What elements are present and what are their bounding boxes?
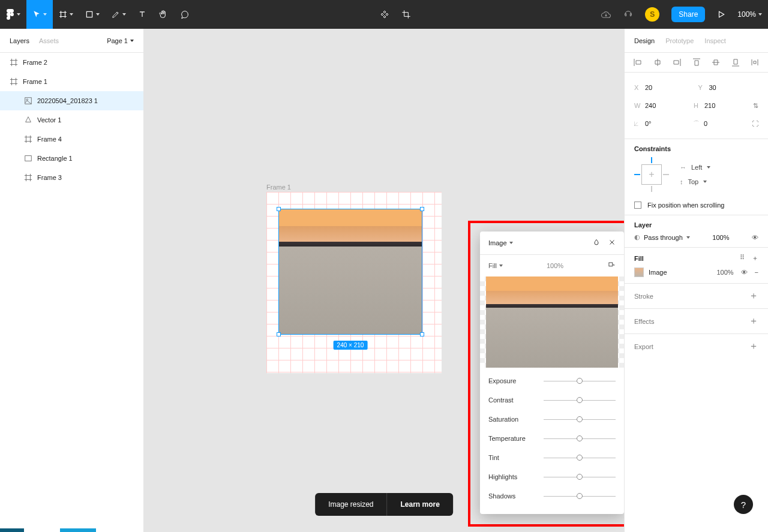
remove-fill-icon[interactable]: −	[755, 269, 758, 276]
size-badge: 240 × 210	[334, 341, 368, 350]
slider-label: Exposure	[488, 377, 516, 384]
svg-point-2	[26, 99, 28, 101]
layer-row[interactable]: Vector 1	[0, 110, 143, 130]
toast-action-button[interactable]: Learn more	[387, 493, 453, 516]
tab-design[interactable]: Design	[634, 37, 655, 44]
selected-image[interactable]	[278, 209, 422, 335]
layer-label: Frame 3	[37, 174, 62, 181]
layer-opacity[interactable]: 100%	[712, 234, 729, 241]
blend-options-icon[interactable]	[593, 239, 600, 247]
saturation-slider[interactable]	[544, 419, 616, 420]
svg-rect-4	[609, 263, 613, 266]
fill-styles-icon[interactable]: ⠿	[740, 254, 745, 263]
image-preview[interactable]	[480, 276, 624, 368]
progress-indicator	[0, 528, 24, 532]
headphones-icon[interactable]	[617, 0, 639, 29]
comment-tool-button[interactable]	[174, 0, 196, 29]
svg-rect-3	[25, 156, 32, 161]
add-fill-icon[interactable]: ＋	[752, 254, 758, 263]
constraints-heading: Constraints	[634, 145, 758, 152]
fill-swatch[interactable]	[634, 267, 644, 277]
shape-tool-button[interactable]	[79, 0, 106, 29]
fix-position-checkbox[interactable]	[634, 202, 641, 209]
layer-row[interactable]: Rectangle 1	[0, 149, 143, 168]
pos-y[interactable]: 30	[709, 84, 716, 91]
add-effect-button[interactable]: ＋	[749, 315, 758, 327]
fill-visibility-icon[interactable]: 👁	[741, 269, 748, 276]
crop-icon[interactable]	[395, 0, 417, 29]
pages-dropdown[interactable]: Page 1	[107, 37, 134, 44]
highlights-slider[interactable]	[544, 477, 616, 477]
export-heading: Export	[634, 343, 653, 350]
constraint-v-dropdown[interactable]: ↕Top	[680, 178, 710, 185]
visibility-icon[interactable]: 👁	[752, 234, 758, 241]
image-mode-dropdown[interactable]: Fill	[488, 262, 503, 269]
exposure-slider[interactable]	[544, 381, 616, 381]
tab-assets[interactable]: Assets	[39, 37, 59, 44]
slider-label: Temperature	[488, 435, 526, 442]
blend-mode-dropdown[interactable]: ◐Pass through	[634, 233, 690, 241]
temperature-slider[interactable]	[544, 438, 616, 439]
layer-row[interactable]: Frame 1	[0, 72, 143, 91]
toast: Image resized Learn more	[315, 493, 453, 516]
rotate-icon[interactable]	[607, 261, 616, 270]
frame-icon	[10, 77, 18, 86]
constraints-widget[interactable]: +	[634, 157, 669, 192]
slider-label: Contrast	[488, 396, 514, 404]
present-button[interactable]	[711, 0, 731, 29]
text-tool-button[interactable]	[132, 0, 152, 29]
contrast-slider[interactable]	[544, 400, 616, 401]
vector-icon	[24, 116, 32, 124]
inspector-panel: Design Prototype Inspect X20 Y30 W240 H2…	[624, 29, 768, 532]
pen-tool-button[interactable]	[106, 0, 132, 29]
frame-icon	[10, 58, 18, 67]
move-tool-button[interactable]	[26, 0, 53, 29]
toast-message: Image resized	[315, 493, 386, 516]
layers-panel: Layers Assets Page 1 Frame 2Frame 120220…	[0, 29, 144, 532]
help-button[interactable]: ?	[734, 495, 753, 514]
tint-slider[interactable]	[544, 458, 616, 458]
shadows-slider[interactable]	[544, 496, 616, 497]
components-icon[interactable]	[374, 0, 395, 29]
alignment-controls[interactable]	[625, 53, 768, 73]
share-button[interactable]: Share	[665, 0, 711, 29]
layer-row[interactable]: Frame 2	[0, 53, 143, 72]
tab-inspect[interactable]: Inspect	[704, 37, 725, 44]
zoom-dropdown[interactable]: 100%	[731, 0, 768, 29]
hand-tool-button[interactable]	[152, 0, 174, 29]
cloud-sync-icon[interactable]	[595, 0, 617, 29]
popover-title-dropdown[interactable]: Image	[488, 239, 513, 247]
tab-prototype[interactable]: Prototype	[665, 37, 694, 44]
layer-label: Vector 1	[37, 116, 61, 124]
image-scale-value: 100%	[547, 262, 563, 269]
image-settings-popover: Image Fill 100% ExposureContrastSaturati…	[480, 232, 624, 514]
layer-label: Frame 1	[23, 78, 47, 85]
pos-x[interactable]: 20	[645, 84, 652, 91]
close-icon[interactable]	[608, 239, 616, 247]
size-h[interactable]: 210	[704, 102, 715, 109]
add-stroke-button[interactable]: ＋	[749, 290, 758, 302]
frame-icon	[24, 173, 32, 182]
canvas[interactable]: Frame 1 240 × 210 Image Fill 1	[144, 29, 624, 532]
figma-menu-button[interactable]	[0, 0, 26, 29]
fix-position-label: Fix position when scrolling	[647, 202, 724, 209]
layer-row[interactable]: Frame 3	[0, 168, 143, 187]
link-dimensions-icon[interactable]: ⇅	[753, 102, 758, 110]
rotation[interactable]: 0°	[645, 120, 652, 127]
layer-row[interactable]: 20220504_201823 1	[0, 91, 143, 110]
corner-radius[interactable]: 0	[704, 120, 707, 127]
layer-heading: Layer	[634, 221, 758, 229]
frame-label[interactable]: Frame 1	[266, 184, 291, 191]
add-export-button[interactable]: ＋	[749, 340, 758, 353]
size-w[interactable]: 240	[645, 102, 656, 109]
fill-opacity[interactable]: 100%	[716, 269, 733, 276]
stroke-heading: Stroke	[634, 293, 653, 300]
user-avatar[interactable]: S	[639, 0, 665, 29]
effects-heading: Effects	[634, 318, 654, 325]
tab-layers[interactable]: Layers	[10, 37, 29, 44]
frame-tool-button[interactable]	[53, 0, 79, 29]
independent-corners-icon[interactable]: ⛶	[752, 120, 758, 127]
layer-row[interactable]: Frame 4	[0, 130, 143, 149]
constraint-h-dropdown[interactable]: ↔Left	[680, 164, 710, 171]
fill-type-label: Image	[649, 269, 667, 276]
